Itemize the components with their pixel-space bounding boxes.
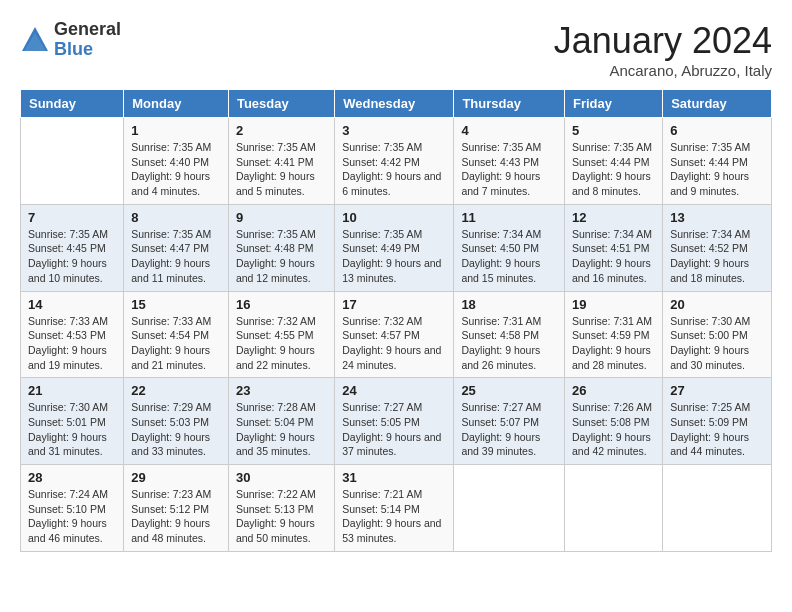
day-number: 26 [572, 383, 655, 398]
day-info: Sunrise: 7:35 AMSunset: 4:43 PMDaylight:… [461, 140, 557, 199]
day-number: 18 [461, 297, 557, 312]
calendar-cell: 29Sunrise: 7:23 AMSunset: 5:12 PMDayligh… [124, 465, 229, 552]
day-number: 10 [342, 210, 446, 225]
day-info: Sunrise: 7:33 AMSunset: 4:53 PMDaylight:… [28, 314, 116, 373]
day-info: Sunrise: 7:35 AMSunset: 4:44 PMDaylight:… [670, 140, 764, 199]
day-number: 21 [28, 383, 116, 398]
page-header: General Blue January 2024 Ancarano, Abru… [20, 20, 772, 79]
logo: General Blue [20, 20, 121, 60]
day-number: 1 [131, 123, 221, 138]
calendar-week-row: 1Sunrise: 7:35 AMSunset: 4:40 PMDaylight… [21, 118, 772, 205]
weekday-header: Wednesday [335, 90, 454, 118]
day-number: 17 [342, 297, 446, 312]
calendar-cell: 21Sunrise: 7:30 AMSunset: 5:01 PMDayligh… [21, 378, 124, 465]
day-number: 29 [131, 470, 221, 485]
calendar-cell: 24Sunrise: 7:27 AMSunset: 5:05 PMDayligh… [335, 378, 454, 465]
calendar-cell: 20Sunrise: 7:30 AMSunset: 5:00 PMDayligh… [663, 291, 772, 378]
day-info: Sunrise: 7:35 AMSunset: 4:48 PMDaylight:… [236, 227, 327, 286]
weekday-header: Tuesday [228, 90, 334, 118]
calendar-cell: 30Sunrise: 7:22 AMSunset: 5:13 PMDayligh… [228, 465, 334, 552]
calendar-cell: 3Sunrise: 7:35 AMSunset: 4:42 PMDaylight… [335, 118, 454, 205]
weekday-header: Saturday [663, 90, 772, 118]
calendar-cell: 9Sunrise: 7:35 AMSunset: 4:48 PMDaylight… [228, 204, 334, 291]
calendar-cell: 16Sunrise: 7:32 AMSunset: 4:55 PMDayligh… [228, 291, 334, 378]
calendar-cell: 7Sunrise: 7:35 AMSunset: 4:45 PMDaylight… [21, 204, 124, 291]
day-info: Sunrise: 7:32 AMSunset: 4:55 PMDaylight:… [236, 314, 327, 373]
calendar-cell: 13Sunrise: 7:34 AMSunset: 4:52 PMDayligh… [663, 204, 772, 291]
calendar-cell: 5Sunrise: 7:35 AMSunset: 4:44 PMDaylight… [564, 118, 662, 205]
calendar-cell: 27Sunrise: 7:25 AMSunset: 5:09 PMDayligh… [663, 378, 772, 465]
day-number: 19 [572, 297, 655, 312]
weekday-header: Friday [564, 90, 662, 118]
calendar-week-row: 7Sunrise: 7:35 AMSunset: 4:45 PMDaylight… [21, 204, 772, 291]
day-info: Sunrise: 7:31 AMSunset: 4:58 PMDaylight:… [461, 314, 557, 373]
day-number: 13 [670, 210, 764, 225]
day-info: Sunrise: 7:30 AMSunset: 5:00 PMDaylight:… [670, 314, 764, 373]
calendar-cell: 22Sunrise: 7:29 AMSunset: 5:03 PMDayligh… [124, 378, 229, 465]
day-number: 8 [131, 210, 221, 225]
day-info: Sunrise: 7:22 AMSunset: 5:13 PMDaylight:… [236, 487, 327, 546]
calendar-week-row: 14Sunrise: 7:33 AMSunset: 4:53 PMDayligh… [21, 291, 772, 378]
day-info: Sunrise: 7:31 AMSunset: 4:59 PMDaylight:… [572, 314, 655, 373]
day-info: Sunrise: 7:25 AMSunset: 5:09 PMDaylight:… [670, 400, 764, 459]
calendar-cell: 25Sunrise: 7:27 AMSunset: 5:07 PMDayligh… [454, 378, 565, 465]
day-info: Sunrise: 7:34 AMSunset: 4:52 PMDaylight:… [670, 227, 764, 286]
day-number: 2 [236, 123, 327, 138]
day-info: Sunrise: 7:33 AMSunset: 4:54 PMDaylight:… [131, 314, 221, 373]
calendar-cell [564, 465, 662, 552]
day-number: 30 [236, 470, 327, 485]
logo-general: General [54, 20, 121, 40]
calendar-cell: 14Sunrise: 7:33 AMSunset: 4:53 PMDayligh… [21, 291, 124, 378]
day-info: Sunrise: 7:23 AMSunset: 5:12 PMDaylight:… [131, 487, 221, 546]
day-number: 15 [131, 297, 221, 312]
day-info: Sunrise: 7:35 AMSunset: 4:44 PMDaylight:… [572, 140, 655, 199]
day-number: 9 [236, 210, 327, 225]
day-number: 7 [28, 210, 116, 225]
calendar-cell: 6Sunrise: 7:35 AMSunset: 4:44 PMDaylight… [663, 118, 772, 205]
day-info: Sunrise: 7:28 AMSunset: 5:04 PMDaylight:… [236, 400, 327, 459]
weekday-header: Thursday [454, 90, 565, 118]
day-info: Sunrise: 7:21 AMSunset: 5:14 PMDaylight:… [342, 487, 446, 546]
calendar-cell: 15Sunrise: 7:33 AMSunset: 4:54 PMDayligh… [124, 291, 229, 378]
day-info: Sunrise: 7:26 AMSunset: 5:08 PMDaylight:… [572, 400, 655, 459]
calendar-cell: 10Sunrise: 7:35 AMSunset: 4:49 PMDayligh… [335, 204, 454, 291]
day-info: Sunrise: 7:29 AMSunset: 5:03 PMDaylight:… [131, 400, 221, 459]
day-info: Sunrise: 7:35 AMSunset: 4:40 PMDaylight:… [131, 140, 221, 199]
calendar-cell: 11Sunrise: 7:34 AMSunset: 4:50 PMDayligh… [454, 204, 565, 291]
calendar-cell: 19Sunrise: 7:31 AMSunset: 4:59 PMDayligh… [564, 291, 662, 378]
day-number: 27 [670, 383, 764, 398]
calendar-cell: 28Sunrise: 7:24 AMSunset: 5:10 PMDayligh… [21, 465, 124, 552]
day-number: 16 [236, 297, 327, 312]
day-number: 28 [28, 470, 116, 485]
day-number: 11 [461, 210, 557, 225]
calendar-week-row: 21Sunrise: 7:30 AMSunset: 5:01 PMDayligh… [21, 378, 772, 465]
weekday-header-row: SundayMondayTuesdayWednesdayThursdayFrid… [21, 90, 772, 118]
calendar-cell: 12Sunrise: 7:34 AMSunset: 4:51 PMDayligh… [564, 204, 662, 291]
calendar-table: SundayMondayTuesdayWednesdayThursdayFrid… [20, 89, 772, 552]
day-info: Sunrise: 7:35 AMSunset: 4:41 PMDaylight:… [236, 140, 327, 199]
day-number: 4 [461, 123, 557, 138]
calendar-cell [663, 465, 772, 552]
day-info: Sunrise: 7:34 AMSunset: 4:50 PMDaylight:… [461, 227, 557, 286]
day-number: 31 [342, 470, 446, 485]
day-info: Sunrise: 7:24 AMSunset: 5:10 PMDaylight:… [28, 487, 116, 546]
calendar-cell [21, 118, 124, 205]
day-info: Sunrise: 7:35 AMSunset: 4:49 PMDaylight:… [342, 227, 446, 286]
day-number: 12 [572, 210, 655, 225]
calendar-cell: 17Sunrise: 7:32 AMSunset: 4:57 PMDayligh… [335, 291, 454, 378]
calendar-cell: 1Sunrise: 7:35 AMSunset: 4:40 PMDaylight… [124, 118, 229, 205]
weekday-header: Sunday [21, 90, 124, 118]
calendar-week-row: 28Sunrise: 7:24 AMSunset: 5:10 PMDayligh… [21, 465, 772, 552]
day-info: Sunrise: 7:27 AMSunset: 5:07 PMDaylight:… [461, 400, 557, 459]
day-number: 20 [670, 297, 764, 312]
day-number: 5 [572, 123, 655, 138]
logo-blue: Blue [54, 40, 121, 60]
location: Ancarano, Abruzzo, Italy [554, 62, 772, 79]
day-info: Sunrise: 7:35 AMSunset: 4:47 PMDaylight:… [131, 227, 221, 286]
calendar-cell: 23Sunrise: 7:28 AMSunset: 5:04 PMDayligh… [228, 378, 334, 465]
day-info: Sunrise: 7:27 AMSunset: 5:05 PMDaylight:… [342, 400, 446, 459]
day-number: 6 [670, 123, 764, 138]
month-title: January 2024 [554, 20, 772, 62]
day-number: 14 [28, 297, 116, 312]
day-info: Sunrise: 7:35 AMSunset: 4:45 PMDaylight:… [28, 227, 116, 286]
